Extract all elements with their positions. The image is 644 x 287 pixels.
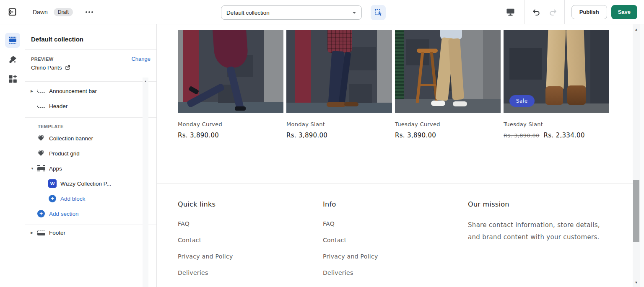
stool bbox=[417, 49, 438, 53]
add-block-button[interactable]: + Add block bbox=[25, 191, 156, 206]
tree-item-label: Footer bbox=[49, 230, 65, 236]
product-title[interactable]: Monday Slant bbox=[286, 121, 392, 127]
product-price: Rs. 3,890.00Rs. 2,334.00 bbox=[504, 132, 609, 139]
section-tree: ▶ Announcement bar Header TEMPLATE bbox=[25, 82, 156, 240]
list-item: Deliveries bbox=[323, 269, 468, 277]
change-preview-link[interactable]: Change bbox=[131, 56, 151, 62]
mission-text: Share contact information, store details… bbox=[468, 219, 613, 243]
product-title[interactable]: Monday Curved bbox=[178, 121, 283, 127]
list-item: Contact bbox=[323, 236, 468, 244]
product-price: Rs. 3,890.00 bbox=[395, 132, 501, 139]
footer-link[interactable]: Privacy and Policy bbox=[178, 253, 233, 260]
theme-info: Dawn Draft bbox=[25, 8, 96, 16]
tree-item-label: Announcement bar bbox=[49, 88, 97, 94]
footer-heading: Info bbox=[323, 200, 468, 208]
footer-link[interactable]: Deliveries bbox=[323, 269, 353, 276]
product-card[interactable]: Monday Slant Rs. 3,890.00 bbox=[286, 30, 392, 139]
preview-scrollbar[interactable]: ▲ ▼ bbox=[633, 24, 640, 287]
sections-panel: Default collection PREVIEW Change Chino … bbox=[25, 24, 157, 287]
scroll-down-icon[interactable]: ▼ bbox=[633, 281, 640, 284]
dot-icon bbox=[86, 11, 87, 13]
list-item: Privacy and Policy bbox=[323, 252, 468, 260]
footer-links: FAQ Contact Privacy and Policy Deliverie… bbox=[323, 220, 468, 277]
stool-leg bbox=[416, 52, 424, 103]
exit-editor-button[interactable] bbox=[0, 0, 25, 24]
plus-circle-icon: + bbox=[48, 195, 57, 202]
scroll-up-icon[interactable]: ▲ bbox=[143, 78, 148, 83]
footer-link[interactable]: FAQ bbox=[178, 220, 190, 227]
publish-button[interactable]: Publish bbox=[571, 5, 607, 19]
footer-link[interactable]: Contact bbox=[323, 237, 347, 243]
sections-icon bbox=[8, 35, 18, 45]
inspect-element-button[interactable] bbox=[371, 5, 386, 20]
tree-item-header[interactable]: Header bbox=[25, 98, 156, 114]
redo-button[interactable] bbox=[548, 8, 558, 17]
disclosure-collapsed-icon[interactable]: ▶ bbox=[31, 231, 37, 235]
model-shoe bbox=[188, 86, 199, 95]
right-gutter bbox=[640, 24, 644, 287]
history-controls bbox=[525, 0, 564, 24]
product-image[interactable] bbox=[178, 30, 283, 113]
page-selector-dropdown[interactable]: Default collection bbox=[221, 5, 362, 20]
panel-scrollbar[interactable]: ▲ bbox=[143, 78, 148, 287]
dot-icon bbox=[91, 11, 93, 13]
model-shoe bbox=[453, 101, 467, 106]
list-item: FAQ bbox=[178, 220, 323, 228]
model-boot bbox=[545, 86, 563, 105]
product-image[interactable] bbox=[395, 30, 501, 113]
page-selector-value: Default collection bbox=[226, 10, 270, 16]
rail-tab-sections[interactable] bbox=[5, 33, 20, 48]
product-image[interactable]: Sale bbox=[504, 30, 609, 113]
tree-item-collection-banner[interactable]: Collection banner bbox=[25, 131, 156, 146]
top-bar: Dawn Draft Default collection bbox=[0, 0, 644, 24]
exit-icon bbox=[7, 7, 18, 17]
header-section-icon bbox=[37, 105, 45, 108]
footer-link[interactable]: Contact bbox=[178, 237, 202, 243]
footer-link[interactable]: Privacy and Policy bbox=[323, 253, 378, 260]
model-shirt bbox=[213, 30, 249, 69]
add-section-button[interactable]: + Add section bbox=[25, 206, 156, 221]
model-leg bbox=[566, 30, 586, 90]
save-button[interactable]: Save bbox=[611, 5, 637, 19]
product-title[interactable]: Tuesday Slant bbox=[504, 121, 609, 127]
scrollbar-thumb[interactable] bbox=[633, 180, 639, 242]
disclosure-collapsed-icon[interactable]: ▶ bbox=[31, 89, 37, 93]
overflow-menu-button[interactable] bbox=[83, 8, 96, 16]
model-shoe bbox=[235, 106, 246, 111]
tree-item-announcement-bar[interactable]: ▶ Announcement bar bbox=[25, 83, 156, 98]
undo-button[interactable] bbox=[532, 8, 541, 17]
list-item: FAQ bbox=[323, 220, 468, 228]
undo-icon bbox=[532, 8, 541, 17]
tree-item-apps[interactable]: ▼ Apps bbox=[25, 161, 156, 176]
footer-links: FAQ Contact Privacy and Policy Deliverie… bbox=[178, 220, 323, 277]
scroll-up-icon[interactable]: ▲ bbox=[633, 28, 640, 31]
template-group-label: TEMPLATE bbox=[38, 124, 156, 129]
external-link-icon[interactable] bbox=[65, 65, 70, 70]
rail-tab-app-embeds[interactable] bbox=[5, 71, 20, 86]
device-preview-button[interactable] bbox=[496, 0, 525, 24]
rail-tab-theme-settings[interactable] bbox=[5, 52, 20, 67]
footer-link[interactable]: Deliveries bbox=[178, 269, 208, 276]
workspace: Default collection PREVIEW Change Chino … bbox=[0, 24, 644, 287]
tree-item-footer[interactable]: ▶ Footer bbox=[25, 225, 156, 240]
model-leg bbox=[226, 66, 244, 110]
inspector-icon bbox=[374, 8, 382, 17]
product-title[interactable]: Tuesday Curved bbox=[395, 121, 501, 127]
tree-item-product-grid[interactable]: Product grid bbox=[25, 146, 156, 161]
product-card[interactable]: Monday Curved Rs. 3,890.00 bbox=[178, 30, 283, 139]
product-image[interactable] bbox=[286, 30, 392, 113]
model-shirt bbox=[327, 30, 352, 53]
apps-section-icon bbox=[37, 165, 45, 172]
sale-price: Rs. 2,334.00 bbox=[544, 132, 585, 139]
preview-frame: Monday Curved Rs. 3,890.00 Monday Slant … bbox=[157, 24, 633, 287]
stool-rung bbox=[419, 84, 436, 86]
tree-item-wizzy-block[interactable]: w Wizzy Collection P... bbox=[25, 176, 156, 191]
tag-icon bbox=[37, 134, 45, 142]
disclosure-expanded-icon[interactable]: ▼ bbox=[31, 167, 37, 171]
product-card[interactable]: Tuesday Curved Rs. 3,890.00 bbox=[395, 30, 501, 139]
desktop-icon bbox=[506, 8, 515, 16]
product-card[interactable]: Sale Tuesday Slant Rs. 3,890.00Rs. 2,334… bbox=[504, 30, 609, 139]
footer-heading: Quick links bbox=[178, 200, 323, 208]
tree-item-label: Header bbox=[49, 103, 68, 109]
footer-link[interactable]: FAQ bbox=[323, 220, 335, 227]
